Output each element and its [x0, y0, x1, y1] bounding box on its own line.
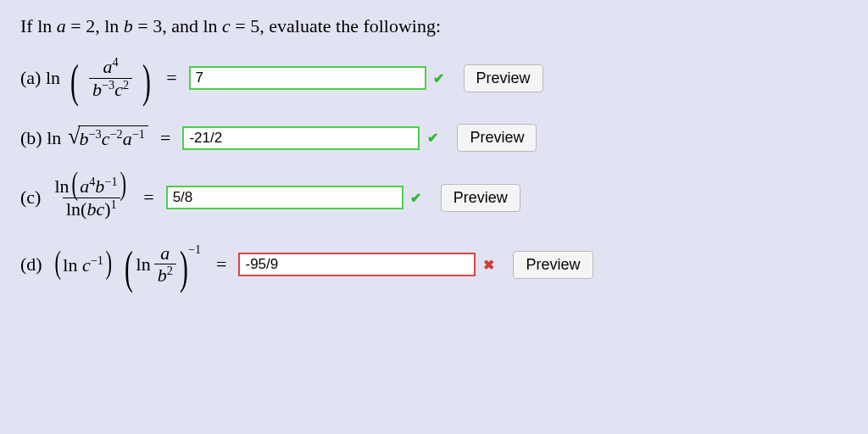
var-a: a	[57, 15, 66, 36]
expr: ln	[136, 253, 151, 275]
prompt-text: = 3, and ln	[133, 15, 222, 36]
expr: ln	[54, 175, 69, 197]
frac-d-num: a	[157, 243, 173, 264]
expr: −2	[110, 127, 123, 141]
equals-sign: =	[160, 127, 170, 149]
frac-d: a b2	[154, 243, 176, 287]
sqrt-b: √ b−3c−2a−1	[68, 125, 148, 150]
frac-a-den: b−3c2	[89, 78, 132, 101]
check-icon: ✔	[431, 70, 447, 86]
equals-sign: =	[166, 67, 176, 89]
part-b-label: (b) ln	[20, 127, 61, 149]
check-icon: ✔	[425, 130, 440, 146]
expr: 2	[167, 264, 173, 277]
expr: 2	[123, 78, 129, 92]
part-a-row: (a) ln ( a4 b−3c2 ) = ✔ Preview	[20, 56, 848, 100]
answer-d-input[interactable]	[238, 253, 476, 276]
d-factor1: (ln c−1)	[53, 253, 114, 276]
equals-sign: =	[216, 253, 226, 275]
prompt-text: = 5, evaluate the following:	[231, 15, 441, 36]
expr: a	[103, 56, 113, 77]
preview-c-button[interactable]: Preview	[441, 184, 520, 212]
expr: b	[80, 128, 89, 149]
expr: −1	[104, 175, 117, 188]
frac-d-den: b2	[154, 264, 176, 287]
frac-c-num: ln(a4b−1)	[51, 175, 131, 198]
radical-icon: √	[68, 125, 80, 147]
part-b-row: (b) ln √ b−3c−2a−1 = ✔ Preview	[20, 124, 848, 152]
expr: b	[158, 265, 167, 287]
check-icon: ✔	[409, 190, 424, 206]
preview-a-button[interactable]: Preview	[464, 64, 543, 92]
prompt-text: If ln	[20, 15, 57, 36]
part-c-label: (c)	[20, 186, 41, 209]
part-d-label: (d)	[20, 253, 42, 275]
expr: 1	[111, 198, 117, 211]
radicand: b−3c−2a−1	[78, 125, 148, 150]
outer-exp: −1	[188, 242, 201, 257]
expr: ln	[63, 254, 82, 275]
expr: −1	[91, 253, 103, 267]
d-factor2: ( ln a b2 ) −1	[121, 243, 204, 287]
expr: a	[160, 242, 170, 264]
answer-b-input[interactable]	[182, 126, 420, 150]
expr: 4	[113, 55, 119, 69]
answer-a-input[interactable]	[189, 66, 426, 90]
expr: −3	[102, 78, 114, 92]
part-d-row: (d) (ln c−1) ( ln a b2 ) −1 = ✖ Preview	[20, 243, 848, 287]
expr: c	[102, 128, 110, 149]
part-a-label: (a) ln	[20, 67, 60, 89]
expr: c	[82, 254, 91, 275]
expr: b	[92, 79, 102, 100]
frac-a-num: a4	[100, 56, 122, 78]
expr: bc	[86, 198, 104, 220]
prompt-text: = 2, ln	[66, 15, 124, 36]
expr: a	[123, 128, 132, 149]
answer-c-input[interactable]	[166, 186, 403, 209]
frac-c: ln(a4b−1) ln(bc)1	[51, 175, 131, 220]
equals-sign: =	[143, 186, 153, 209]
expr: a	[80, 175, 89, 197]
preview-b-button[interactable]: Preview	[457, 124, 537, 152]
var-b: b	[124, 15, 133, 36]
part-c-row: (c) ln(a4b−1) ln(bc)1 = ✔ Preview	[20, 175, 848, 220]
var-c: c	[222, 15, 231, 36]
frac-a: a4 b−3c2	[89, 56, 132, 100]
question-prompt: If ln a = 2, ln b = 3, and ln c = 5, eva…	[20, 15, 848, 37]
preview-d-button[interactable]: Preview	[513, 251, 593, 279]
expr: −3	[89, 127, 102, 141]
cross-icon: ✖	[481, 257, 496, 273]
expr: −1	[132, 127, 145, 141]
expr: c	[114, 79, 123, 100]
expr: ln	[66, 198, 81, 220]
expr: b	[95, 175, 104, 197]
